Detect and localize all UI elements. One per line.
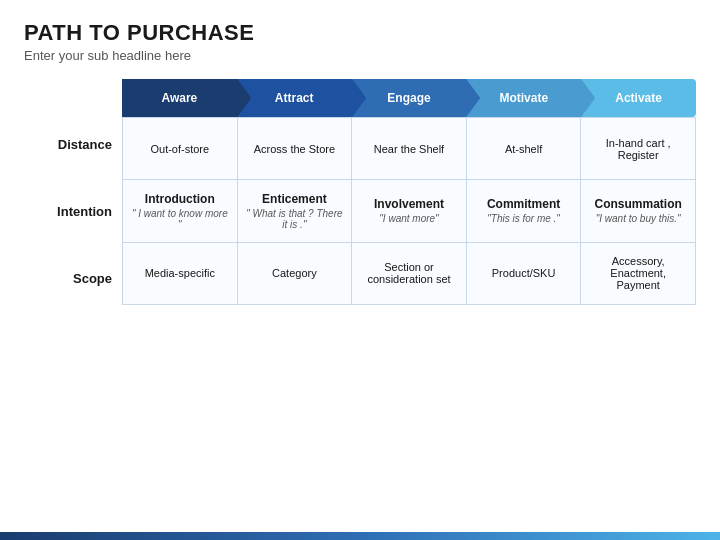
arrow-attract: Attract: [237, 79, 352, 117]
cell-intention-3: Commitment "This is for me .": [467, 180, 582, 241]
grid: Out-of-store Across the Store Near the S…: [122, 117, 696, 305]
bottom-bar: [0, 532, 720, 540]
cell-distance-2: Near the Shelf: [352, 118, 467, 179]
cell-distance-1: Across the Store: [238, 118, 353, 179]
cell-distance-3: At-shelf: [467, 118, 582, 179]
cell-distance-4: In-hand cart , Register: [581, 118, 695, 179]
slide: PATH TO PURCHASE Enter your sub headline…: [0, 0, 720, 540]
label-distance: Distance: [24, 117, 122, 171]
row-labels: Distance Intention Scope: [24, 117, 122, 305]
arrow-activate: Activate: [581, 79, 696, 117]
arrow-engage: Engage: [352, 79, 467, 117]
cell-scope-1: Category: [238, 243, 353, 304]
cell-intention-4: Consummation "I want to buy this.": [581, 180, 695, 241]
arrow-aware: Aware: [122, 79, 237, 117]
cell-scope-4: Accessory, Enactment, Payment: [581, 243, 695, 304]
cell-intention-0: Introduction " I want to know more ": [123, 180, 238, 241]
cell-scope-3: Product/SKU: [467, 243, 582, 304]
row-distance: Out-of-store Across the Store Near the S…: [123, 118, 695, 180]
cell-scope-0: Media-specific: [123, 243, 238, 304]
cell-intention-2: Involvement "I want more": [352, 180, 467, 241]
cell-distance-0: Out-of-store: [123, 118, 238, 179]
arrow-motivate: Motivate: [466, 79, 581, 117]
row-intention: Introduction " I want to know more " Ent…: [123, 180, 695, 242]
title: PATH TO PURCHASE: [24, 20, 696, 46]
row-scope: Media-specific Category Section or consi…: [123, 243, 695, 304]
cell-scope-2: Section or consideration set: [352, 243, 467, 304]
arrow-row: Aware Attract Engage Motivate Activate: [122, 79, 696, 117]
cell-intention-1: Enticement " What is that ? There it is …: [238, 180, 353, 241]
label-scope: Scope: [24, 251, 122, 305]
label-intention: Intention: [24, 171, 122, 251]
subtitle: Enter your sub headline here: [24, 48, 696, 63]
table-wrapper: Distance Intention Scope Out-of-store Ac…: [24, 117, 696, 305]
